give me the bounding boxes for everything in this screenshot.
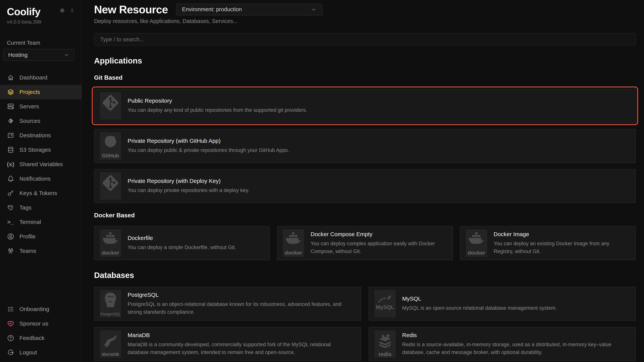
- card-title: PostgreSQL: [128, 292, 352, 298]
- card-title: Docker Compose Empty: [310, 231, 443, 237]
- sidebar-item-sources[interactable]: Sources: [0, 114, 82, 128]
- search-input[interactable]: [94, 33, 636, 46]
- resource-card-postgresql[interactable]: PostgreSQLPostgreSQLPostgreSQL is an obj…: [94, 287, 361, 321]
- resource-card-redis[interactable]: redisRedisRedis is a source-available, i…: [369, 327, 636, 361]
- card-description: You can deploy complex application easil…: [310, 240, 443, 255]
- sidebar-item-label: Tags: [20, 204, 32, 211]
- sidebar-item-label: S3 Storages: [20, 147, 51, 153]
- resource-card-mariadb[interactable]: MariaDBMariaDBMariaDB is a community-dev…: [94, 327, 361, 361]
- card-text: Private Repository (with Deploy Key)You …: [128, 178, 630, 194]
- sidebar-item-profile[interactable]: Profile: [0, 229, 82, 244]
- database-card-list: PostgreSQLPostgreSQLPostgreSQL is an obj…: [94, 287, 636, 361]
- card-text: Docker ImageYou can deploy an existing D…: [494, 231, 630, 255]
- mariadb-logo-icon: MariaDB: [100, 330, 121, 358]
- card-description: You can deploy public & private reposito…: [128, 146, 626, 154]
- sidebar-item-label: Profile: [20, 233, 36, 240]
- git-based-title: Git Based: [94, 74, 636, 81]
- applications-section-title: Applications: [94, 56, 636, 65]
- sidebar-item-label: Onboarding: [20, 306, 49, 312]
- svg-text:MySQL: MySQL: [376, 304, 394, 310]
- card-description: You can deploy private repositories with…: [128, 186, 626, 194]
- environment-select-value: Environment: production: [182, 6, 242, 12]
- sidebar-item-tags[interactable]: Tags: [0, 200, 82, 215]
- app-version: v4.0.0-beta.399: [0, 17, 82, 25]
- sidebar-item-label: Keys & Tokens: [20, 190, 57, 196]
- team-select[interactable]: Hosting: [3, 49, 74, 61]
- sidebar-nav: DashboardProjectsServersSourcesDestinati…: [0, 70, 82, 258]
- home-icon: [7, 74, 14, 81]
- chevron-down-icon: [311, 7, 316, 12]
- card-title: Public Repository: [128, 98, 626, 104]
- sidebar-item-label: Servers: [20, 103, 39, 110]
- tag-icon: [7, 204, 14, 211]
- databases-section-title: Databases: [94, 271, 636, 280]
- sidebar-item-teams[interactable]: Teams: [0, 244, 82, 258]
- sidebar-item-label: Destinations: [20, 132, 51, 139]
- theme-selector-icon[interactable]: [69, 7, 75, 13]
- svg-text:GitHub: GitHub: [102, 153, 119, 159]
- layers-icon: [7, 88, 14, 96]
- main-content: New Resource Environment: production Dep…: [82, 0, 644, 362]
- bell-icon: [7, 175, 14, 182]
- sidebar-item-keys-tokens[interactable]: Keys & Tokens: [0, 186, 82, 200]
- resource-card-mysql[interactable]: MySQLMySQLMySQL is an open-source relati…: [369, 287, 636, 321]
- page-title: New Resource: [94, 3, 168, 16]
- help-icon: [7, 334, 14, 342]
- sidebar-item-notifications[interactable]: Notifications: [0, 172, 82, 186]
- users-icon: [7, 247, 14, 255]
- svg-text:docker: docker: [285, 250, 302, 256]
- sidebar-item-onboarding[interactable]: Onboarding: [0, 302, 82, 316]
- sidebar-item-destinations[interactable]: Destinations: [0, 128, 82, 143]
- sidebar-item-s3-storages[interactable]: S3 Storages: [0, 143, 82, 157]
- resource-card-dockerfile[interactable]: dockerDockerfileYou can deploy a simple …: [94, 226, 270, 260]
- user-circle-icon: [7, 233, 14, 240]
- sidebar-item-terminal[interactable]: >_Terminal: [0, 215, 82, 229]
- map-icon: [7, 132, 14, 139]
- git-logo-icon: [100, 92, 121, 120]
- sidebar: Coolify v4.0.0-beta.399 Current Team Hos…: [0, 0, 82, 362]
- app-root: Coolify v4.0.0-beta.399 Current Team Hos…: [0, 0, 644, 362]
- resource-card-private-repository-with-github-app[interactable]: GitHubPrivate Repository (with GitHub Ap…: [94, 129, 636, 163]
- svg-text:PostgreSQL: PostgreSQL: [100, 312, 121, 316]
- sidebar-item-label: Notifications: [20, 176, 50, 182]
- key-icon: [7, 189, 14, 197]
- resource-card-private-repository-with-deploy-key[interactable]: Private Repository (with Deploy Key)You …: [94, 169, 636, 203]
- sidebar-footer-nav: OnboardingSponsor usFeedbackLogout: [0, 302, 82, 360]
- mysql-logo-icon: MySQL: [374, 290, 396, 318]
- docker-logo-icon: docker: [466, 229, 487, 257]
- sidebar-item-servers[interactable]: Servers: [0, 99, 82, 114]
- git-source-icon: [7, 117, 14, 125]
- sidebar-item-feedback[interactable]: Feedback: [0, 331, 82, 345]
- card-text: RedisRedis is a source-available, in-mem…: [402, 332, 630, 356]
- terminal-icon: >_: [7, 219, 14, 225]
- card-description: You can deploy an existing Docker Image …: [494, 240, 626, 255]
- resource-card-docker-compose-empty[interactable]: dockerDocker Compose EmptyYou can deploy…: [277, 226, 453, 260]
- sidebar-item-dashboard[interactable]: Dashboard: [0, 70, 82, 85]
- card-text: DockerfileYou can deploy a simple Docker…: [128, 235, 264, 251]
- card-title: MariaDB: [128, 332, 352, 339]
- current-team-label: Current Team: [0, 25, 82, 46]
- resource-card-docker-image[interactable]: dockerDocker ImageYou can deploy an exis…: [460, 226, 636, 260]
- sidebar-spacer: [0, 258, 82, 302]
- sidebar-item-label: Projects: [20, 89, 40, 95]
- chevron-down-icon: [64, 52, 69, 58]
- environment-select[interactable]: Environment: production: [176, 3, 322, 15]
- sidebar-item-sponsor-us[interactable]: Sponsor us: [0, 316, 82, 331]
- variable-icon: (x): [7, 161, 14, 168]
- sidebar-item-shared-variables[interactable]: (x)Shared Variables: [0, 157, 82, 172]
- card-description: PostgreSQL is an object-relational datab…: [128, 300, 352, 316]
- card-description: MariaDB is a community-developed, commer…: [128, 341, 352, 356]
- sidebar-item-label: Feedback: [20, 335, 44, 341]
- sidebar-item-logout[interactable]: Logout: [0, 345, 82, 360]
- docker-card-list: dockerDockerfileYou can deploy a simple …: [94, 226, 636, 260]
- sidebar-item-projects[interactable]: Projects: [0, 85, 82, 99]
- card-description: You can deploy any kind of public reposi…: [128, 106, 626, 114]
- docker-logo-icon: docker: [283, 229, 304, 257]
- resource-card-public-repository[interactable]: Public RepositoryYou can deploy any kind…: [94, 89, 636, 123]
- redis-logo-icon: redis: [374, 330, 396, 358]
- card-description: Redis is a source-available, in-memory s…: [402, 341, 626, 356]
- card-description: You can deploy a simple Dockerfile, with…: [128, 244, 260, 251]
- theme-toggle-sun-icon[interactable]: [60, 7, 65, 13]
- heart-icon: [7, 320, 14, 327]
- card-title: Docker Image: [494, 231, 626, 237]
